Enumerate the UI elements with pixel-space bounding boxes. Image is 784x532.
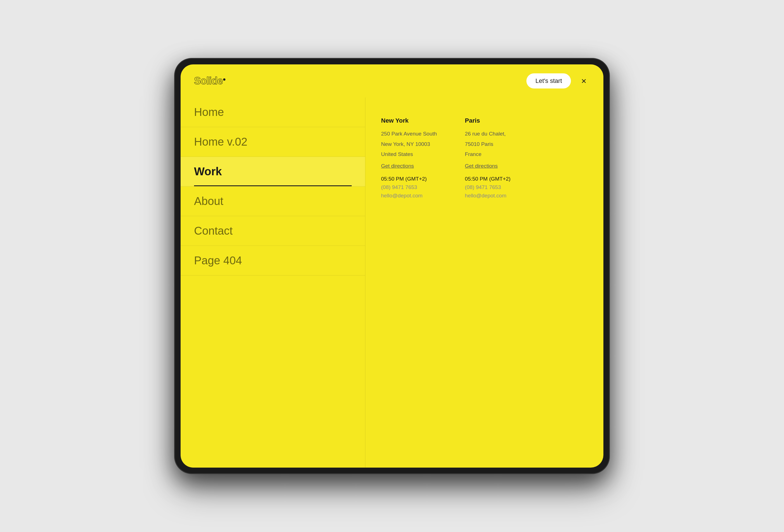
office-ny-directions[interactable]: Get directions: [381, 163, 437, 169]
office-paris-email: hello@depot.com: [465, 193, 510, 199]
office-ny-time: 05:50 PM (GMT+2): [381, 176, 437, 182]
office-ny-city: New York: [381, 117, 437, 124]
nav-item-work[interactable]: Work: [180, 157, 365, 187]
nav-item-home[interactable]: Home: [180, 97, 365, 127]
office-paris-time: 05:50 PM (GMT+2): [465, 176, 510, 182]
office-ny-phone: (08) 9471 7653: [381, 184, 437, 190]
office-ny-addr3: United States: [381, 150, 437, 159]
menu-header: Solide Let's start ×: [180, 64, 604, 97]
menu-body: Home Home v.02 Work About Contact Page 4…: [180, 97, 604, 468]
cta-button[interactable]: Let's start: [526, 73, 571, 88]
nav-item-about[interactable]: About: [180, 187, 365, 216]
page-container: ACME MOTORS Refresh your Branding Websit…: [168, 22, 616, 510]
office-paris-city: Paris: [465, 117, 510, 124]
nav-item-page-404[interactable]: Page 404: [180, 246, 365, 276]
screen-content: ACME MOTORS Refresh your Branding Websit…: [180, 64, 604, 468]
nav-item-home-v02[interactable]: Home v.02: [180, 127, 365, 157]
menu-nav: Home Home v.02 Work About Contact Page 4…: [180, 97, 365, 468]
office-ny-email: hello@depot.com: [381, 193, 437, 199]
logo: Solide: [194, 75, 225, 87]
office-new-york: New York 250 Park Avenue South New York,…: [381, 117, 437, 199]
office-paris-addr3: France: [465, 150, 510, 159]
office-paris: Paris 26 rue du Chalet, 75010 Paris Fran…: [465, 117, 510, 199]
office-paris-addr2: 75010 Paris: [465, 140, 510, 148]
menu-offices: New York 250 Park Avenue South New York,…: [365, 97, 604, 468]
close-icon: ×: [581, 77, 587, 85]
menu-header-right: Let's start ×: [526, 73, 590, 88]
tablet-screen: ACME MOTORS Refresh your Branding Websit…: [180, 64, 604, 468]
office-paris-addr1: 26 rue du Chalet,: [465, 130, 510, 138]
office-paris-directions[interactable]: Get directions: [465, 163, 510, 169]
office-ny-addr2: New York, NY 10003: [381, 140, 437, 148]
nav-item-contact[interactable]: Contact: [180, 216, 365, 246]
logo-dot: [223, 78, 225, 81]
logo-text: Solide: [194, 75, 223, 86]
office-paris-phone: (08) 9471 7653: [465, 184, 510, 190]
close-button[interactable]: ×: [578, 75, 590, 87]
office-ny-addr1: 250 Park Avenue South: [381, 130, 437, 138]
tablet-device: ACME MOTORS Refresh your Branding Websit…: [175, 59, 609, 473]
menu-overlay: Solide Let's start × Home: [180, 64, 604, 468]
offices-row: New York 250 Park Avenue South New York,…: [381, 117, 588, 199]
